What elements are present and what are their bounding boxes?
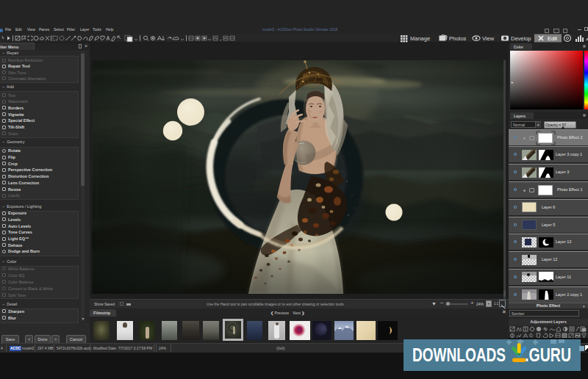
svg-text:DOWNLOADS: DOWNLOADS [412,344,506,366]
svg-text:.GURU: .GURU [525,344,571,366]
